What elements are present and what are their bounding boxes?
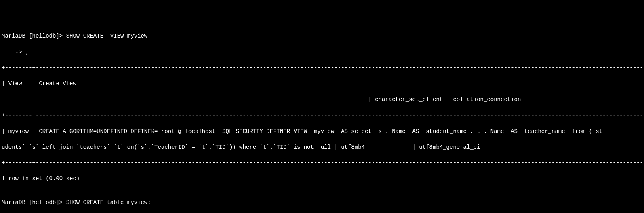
terminal-output-line: +--------+------------------------------… [2,112,642,120]
terminal-output-line: +--------+------------------------------… [2,64,642,72]
terminal-output-line: | myview | CREATE ALGORITHM=UNDEFINED DE… [2,128,642,136]
terminal-output-line: +--------+------------------------------… [2,159,642,167]
terminal-output-line: MariaDB [hellodb]> SHOW CREATE table myv… [2,199,642,207]
terminal-output-line: | character_set_client | collation_conne… [2,96,642,104]
terminal-output-line: -> ; [2,49,642,57]
terminal-output-line: udents` `s` left join `teachers` `t` on(… [2,143,642,152]
terminal-output-line: | View | Create View [2,80,642,88]
terminal-output-line: MariaDB [hellodb]> SHOW CREATE VIEW myvi… [2,32,642,40]
terminal-output-line: 1 row in set (0.00 sec) [2,175,642,183]
